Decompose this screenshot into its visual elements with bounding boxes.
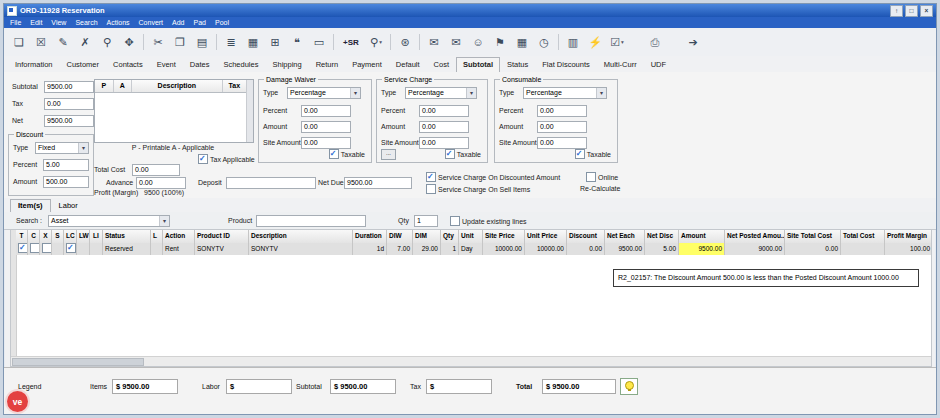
stock-boxes-icon[interactable]: ▦ — [243, 31, 263, 53]
grid-cell[interactable]: 10000.00 — [525, 243, 567, 255]
consumable-taxable-checkbox[interactable]: Taxable — [575, 149, 611, 159]
add-sr-button[interactable]: +SR — [338, 31, 364, 53]
column-header-unit[interactable]: Unit — [459, 230, 483, 243]
maximize-button[interactable]: □ — [905, 5, 918, 17]
grid-cell[interactable]: SONYTV — [249, 243, 353, 255]
grid-hscroll-thumb[interactable] — [12, 358, 144, 366]
online-checkbox[interactable]: Online — [586, 172, 618, 182]
menu-view[interactable]: View — [51, 19, 66, 26]
column-header-lc[interactable]: LC — [64, 230, 77, 243]
column-header-duration[interactable]: Duration — [353, 230, 387, 243]
menu-pad[interactable]: Pad — [194, 19, 206, 26]
column-header-qty[interactable]: Qty — [441, 230, 459, 243]
column-header-unit-price[interactable]: Unit Price — [525, 230, 567, 243]
print-icon[interactable]: ⎙ — [645, 31, 665, 53]
column-header-dim[interactable]: DIM — [413, 230, 441, 243]
menu-pool[interactable]: Pool — [215, 19, 229, 26]
row-checkbox[interactable] — [30, 243, 40, 253]
column-header-s[interactable]: S — [52, 230, 64, 243]
grid-cell[interactable]: 5.00 — [645, 243, 679, 255]
qty-input[interactable]: 1 — [414, 215, 438, 227]
grid-cell[interactable]: 29.00 — [413, 243, 441, 255]
tax-list-scrollbar[interactable] — [246, 80, 253, 142]
search-icon[interactable]: ⚲ — [97, 31, 117, 53]
tab-multi-curr[interactable]: Multi-Curr — [597, 57, 644, 72]
column-header-net-disc[interactable]: Net Disc — [645, 230, 679, 243]
update-existing-lines-box[interactable] — [450, 216, 460, 226]
tab-dates[interactable]: Dates — [183, 57, 217, 72]
service-charge-taxable-checkbox[interactable]: Taxable — [445, 149, 481, 159]
subtotal-value[interactable]: 9500.00 — [44, 81, 94, 93]
column-header-status[interactable]: Status — [103, 230, 151, 243]
column-header-amount[interactable]: Amount — [679, 230, 725, 243]
lightbulb-icon[interactable] — [620, 378, 638, 395]
menu-actions[interactable]: Actions — [107, 19, 130, 26]
delete-order-icon[interactable]: ☒ — [31, 31, 51, 53]
column-header-site-total-cost[interactable]: Site Total Cost — [785, 230, 841, 243]
title-bar[interactable]: ORD-11928 Reservation ↑□× — [4, 4, 936, 17]
recalculate-button[interactable]: Re-Calculate — [580, 185, 620, 192]
column-header-action[interactable]: Action — [163, 230, 195, 243]
consumable-percent-input[interactable]: 0.00 — [537, 105, 587, 117]
net-due-value[interactable]: 9500.00 — [344, 177, 412, 189]
damage-waiver-percent-input[interactable]: 0.00 — [301, 105, 351, 117]
grid-cell[interactable]: 0.00 — [567, 243, 605, 255]
column-header-site-price[interactable]: Site Price — [483, 230, 525, 243]
contact-icon[interactable]: ☺ — [468, 31, 488, 53]
grid-cell[interactable] — [16, 243, 28, 255]
damage-waiver-amount-input[interactable]: 0.00 — [301, 121, 351, 133]
grid-cell[interactable]: 1 — [441, 243, 459, 255]
grid-cell[interactable] — [52, 243, 64, 255]
item-tab-labor[interactable]: Labor — [51, 199, 86, 212]
tab-flat-discounts[interactable]: Flat Discounts — [535, 57, 597, 72]
damage-waiver-taxable-box[interactable] — [329, 149, 339, 159]
paste-icon[interactable]: ▤ — [192, 31, 212, 53]
consumable-taxable-box[interactable] — [575, 149, 585, 159]
legend-label[interactable]: Legend — [18, 383, 41, 390]
new-order-icon[interactable]: ❏ — [9, 31, 29, 53]
column-header-product-id[interactable]: Product ID — [195, 230, 249, 243]
menu-add[interactable]: Add — [172, 19, 184, 26]
tax-applicable-checkbox[interactable]: Tax Applicable — [198, 154, 255, 164]
grid-cell[interactable]: Reserved — [103, 243, 151, 255]
grid-hscrollbar[interactable] — [11, 356, 931, 366]
grid-row[interactable]: ReservedRentSONYTVSONYTV1d7.0029.001Day1… — [16, 243, 931, 255]
discount-type-combo[interactable]: Fixed — [35, 142, 89, 154]
advance-input[interactable]: 0.00 — [136, 177, 186, 189]
search-dropdown-icon[interactable]: ⚲▾ — [366, 31, 386, 53]
row-checkbox[interactable] — [18, 243, 28, 253]
discount-amount-input[interactable]: 500.00 — [43, 176, 89, 188]
deposit-input[interactable] — [226, 177, 316, 189]
grid-cell[interactable]: 0.00 — [785, 243, 841, 255]
checklist-dropdown-icon[interactable]: ☑▾ — [607, 31, 627, 53]
grid-cell[interactable] — [90, 243, 103, 255]
truck-icon[interactable]: ▥ — [563, 31, 583, 53]
column-header-c[interactable]: C — [28, 230, 40, 243]
expand-icon[interactable]: ✥ — [119, 31, 139, 53]
grid-cell[interactable] — [64, 243, 77, 255]
service-charge-percent-input[interactable]: 0.00 — [419, 105, 469, 117]
column-header-lw[interactable]: LW — [77, 230, 90, 243]
tab-subtotal[interactable]: Subtotal — [456, 57, 500, 73]
grid-cell[interactable]: 1d — [353, 243, 387, 255]
consumable-amount-input[interactable]: 0.00 — [537, 121, 587, 133]
discount-percent-input[interactable]: 5.00 — [43, 159, 89, 171]
edit-icon[interactable]: ✎ — [53, 31, 73, 53]
consumable-site-amount-input[interactable]: 0.00 — [537, 137, 587, 149]
grid-cell[interactable]: 100.00 — [885, 243, 931, 255]
email-out-icon[interactable]: ✉ — [424, 31, 444, 53]
consumable-type-combo[interactable]: Percentage — [523, 87, 607, 99]
cut-icon[interactable]: ✂ — [148, 31, 168, 53]
column-header-x[interactable]: X — [40, 230, 52, 243]
email-in-icon[interactable]: ✉ — [446, 31, 466, 53]
clock-icon[interactable]: ◷ — [534, 31, 554, 53]
tab-event[interactable]: Event — [150, 57, 183, 72]
column-header-net-posted-amou-[interactable]: Net Posted Amou... — [725, 230, 785, 243]
online-box[interactable] — [586, 172, 596, 182]
column-header-net-each[interactable]: Net Each — [605, 230, 645, 243]
tab-contacts[interactable]: Contacts — [106, 57, 150, 72]
column-header-li[interactable]: LI — [90, 230, 103, 243]
grid-cell[interactable]: SONYTV — [195, 243, 249, 255]
service-charge-type-combo[interactable]: Percentage — [405, 87, 477, 99]
calendar-icon[interactable]: ▦ — [512, 31, 532, 53]
